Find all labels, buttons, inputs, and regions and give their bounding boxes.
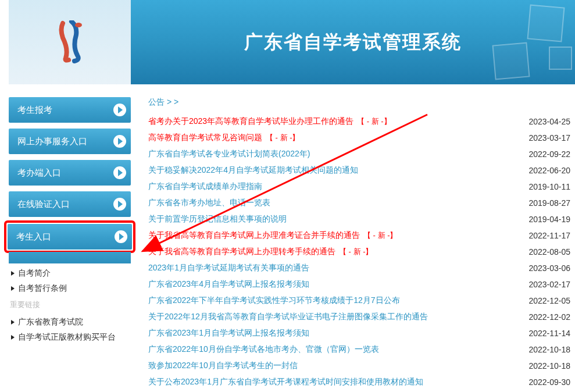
nav-student-portal[interactable]: 考生入口 [8, 224, 132, 250]
news-row: 广东省各市考办地址、电话一览表2019-08-27 [148, 195, 575, 211]
news-row: 广东省2023年4月自学考试网上报名报考须知2023-02-17 [148, 276, 575, 293]
news-date: 2022-11-17 [528, 231, 575, 240]
news-title-link[interactable]: 关于我省高等教育自学考试网上办理转考手续的通告【 - 新 -】 [148, 247, 373, 257]
news-title-link[interactable]: 广东省自学考试各专业考试计划简表(2022年) [148, 149, 310, 159]
chevron-right-icon [113, 135, 126, 148]
info-links: 自考简介 自考暂行条例 [9, 266, 131, 296]
chevron-right-icon [113, 166, 126, 179]
news-title-link[interactable]: 广东省2023年1月自学考试网上报名报考须知 [148, 328, 309, 338]
news-title-link[interactable]: 关于2022年12月我省高等教育自学考试毕业证书电子注册图像采集工作的通告 [148, 312, 428, 322]
link-regulations[interactable]: 自考暂行条例 [9, 281, 131, 296]
news-date: 2022-10-18 [528, 361, 575, 370]
decoration-puzzle [549, 47, 572, 70]
news-row: 广东省自学考试成绩单办理指南2019-10-11 [148, 179, 575, 195]
news-title-link[interactable]: 广东省自学考试成绩单办理指南 [148, 181, 262, 192]
news-title-link[interactable]: 广东省各市考办地址、电话一览表 [148, 198, 270, 208]
news-title-link[interactable]: 关于公布2023年1月广东省自学考试开考课程考试时间安排和使用教材的通知 [148, 377, 423, 387]
news-row: 广东省2023年1月自学考试网上报名报考须知2022-11-14 [148, 325, 575, 341]
nav-verify-portal[interactable]: 在线验证入口 [9, 191, 131, 217]
new-badge: 【 - 新 -】 [363, 231, 398, 240]
news-row: 关于前置学历登记信息相关事项的说明2019-04-19 [148, 211, 575, 227]
new-badge: 【 - 新 -】 [357, 117, 391, 126]
nav-label: 网上办事服务入口 [17, 136, 87, 147]
highlight-annotation: 考生入口 [4, 220, 135, 253]
new-badge: 【 - 新 -】 [339, 247, 373, 256]
header-title-banner: 广东省自学考试管理系统 [131, 0, 575, 84]
news-title-link[interactable]: 致参加2022年10月自学考试考生的一封信 [148, 361, 298, 371]
news-title-link[interactable]: 广东省2023年4月自学考试网上报名报考须知 [148, 279, 309, 290]
link-textbook-platform[interactable]: 自学考试正版教材购买平台 [9, 330, 131, 345]
news-row: 广东省2022年10月份自学考试各地市考办、官微（官网）一览表2022-10-1… [148, 341, 575, 358]
news-row: 关于稳妥解决2022年4月自学考试延期考试相关问题的通知2022-06-20 [148, 162, 575, 179]
news-date: 2022-08-05 [528, 247, 575, 256]
section-label: 重要链接 [9, 296, 131, 312]
news-date: 2023-03-17 [528, 133, 575, 142]
svg-point-0 [75, 23, 82, 27]
news-row: 致参加2022年10月自学考试考生的一封信2022-10-18 [148, 358, 575, 374]
news-row: 2023年1月自学考试延期考试有关事项的通告2023-03-06 [148, 260, 575, 276]
news-title-link[interactable]: 广东省2022年下半年自学考试实践性学习环节考核成绩于12月7日公布 [148, 295, 400, 306]
nav-online-service[interactable]: 网上办事服务入口 [9, 129, 131, 154]
news-date: 2023-02-17 [528, 280, 575, 289]
news-date: 2019-10-11 [528, 182, 575, 191]
nav-label: 考生报考 [17, 105, 52, 116]
sidebar: 考生报考 网上办事服务入口 考办端入口 在线验证入口 考生入口 自考简介 自考暂… [9, 97, 131, 390]
news-date: 2022-06-20 [528, 166, 575, 175]
news-title-link[interactable]: 关于我省高等教育自学考试网上办理准考证合并手续的通告【 - 新 -】 [148, 230, 398, 241]
news-list: 省考办关于2023年高等教育自学考试毕业办理工作的通告【 - 新 -】2023-… [148, 113, 575, 390]
new-badge: 【 - 新 -】 [266, 133, 300, 142]
news-date: 2022-12-02 [528, 312, 575, 322]
news-title-link[interactable]: 关于稳妥解决2022年4月自学考试延期考试相关问题的通知 [148, 165, 358, 176]
chevron-right-icon [113, 198, 126, 211]
news-date: 2022-09-30 [528, 377, 575, 387]
news-date: 2022-09-22 [528, 149, 575, 159]
decoration-puzzle [527, 4, 565, 42]
news-row: 关于我省高等教育自学考试网上办理准考证合并手续的通告【 - 新 -】2022-1… [148, 227, 575, 244]
news-row: 广东省2022年下半年自学考试实践性学习环节考核成绩于12月7日公布2022-1… [148, 293, 575, 309]
news-row: 关于2022年12月我省高等教育自学考试毕业证书电子注册图像采集工作的通告202… [148, 309, 575, 325]
logo-container [9, 0, 131, 84]
breadcrumb[interactable]: 公告 > > [148, 97, 575, 108]
news-title-link[interactable]: 关于前置学历登记信息相关事项的说明 [148, 214, 287, 224]
news-title-link[interactable]: 广东省2022年10月份自学考试各地市考办、官微（官网）一览表 [148, 344, 379, 355]
news-date: 2023-04-25 [528, 117, 575, 126]
news-row: 广东省自学考试各专业考试计划简表(2022年)2022-09-22 [148, 146, 575, 162]
nav-exam-register[interactable]: 考生报考 [9, 97, 131, 123]
news-date: 2022-11-14 [528, 329, 575, 338]
chevron-right-icon [113, 104, 126, 116]
section-header-truncated [9, 252, 131, 263]
news-date: 2019-04-19 [528, 215, 575, 224]
nav-admin-portal[interactable]: 考办端入口 [9, 160, 131, 186]
news-row: 关于公布2023年1月广东省自学考试开考课程考试时间安排和使用教材的通知2022… [148, 374, 575, 390]
news-title-link[interactable]: 2023年1月自学考试延期考试有关事项的通告 [148, 263, 309, 273]
logo-icon [54, 20, 86, 64]
nav-label: 考生入口 [16, 231, 51, 243]
news-date: 2019-08-27 [528, 198, 575, 208]
header-title: 广东省自学考试管理系统 [244, 30, 462, 55]
news-date: 2022-10-18 [528, 345, 575, 354]
chevron-right-icon [115, 230, 127, 243]
news-row: 高等教育自学考试常见咨询问题【 - 新 -】2023-03-17 [148, 130, 575, 146]
page-header: 广东省自学考试管理系统 [9, 0, 575, 84]
news-title-link[interactable]: 高等教育自学考试常见咨询问题【 - 新 -】 [148, 133, 300, 143]
news-row: 关于我省高等教育自学考试网上办理转考手续的通告【 - 新 -】2022-08-0… [148, 244, 575, 260]
important-links: 广东省教育考试院 自学考试正版教材购买平台 [9, 315, 131, 345]
main-content: 公告 > > 省考办关于2023年高等教育自学考试毕业办理工作的通告【 - 新 … [148, 97, 575, 390]
news-date: 2022-12-05 [528, 296, 575, 305]
nav-label: 考办端入口 [17, 168, 61, 179]
link-exam-authority[interactable]: 广东省教育考试院 [9, 315, 131, 330]
nav-label: 在线验证入口 [17, 199, 70, 210]
decoration-puzzle [492, 42, 530, 80]
news-date: 2023-03-06 [528, 263, 575, 273]
news-title-link[interactable]: 省考办关于2023年高等教育自学考试毕业办理工作的通告【 - 新 -】 [148, 116, 391, 127]
link-intro[interactable]: 自考简介 [9, 266, 131, 281]
news-row: 省考办关于2023年高等教育自学考试毕业办理工作的通告【 - 新 -】2023-… [148, 113, 575, 130]
